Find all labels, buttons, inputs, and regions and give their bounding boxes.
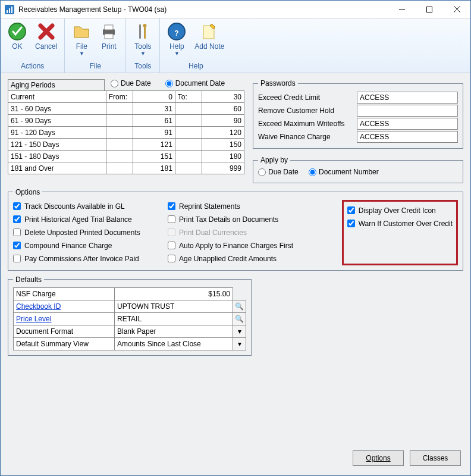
option-checkbox[interactable]: Display Over Credit Icon: [347, 204, 453, 217]
option-checkbox[interactable]: Pay Commissions After Invoice Paid: [13, 252, 156, 265]
option-checkbox: Print Dual Currencies: [168, 226, 310, 239]
checkbook-lookup-button[interactable]: 🔍: [233, 300, 246, 313]
aging-from-value[interactable]: 181: [133, 162, 175, 174]
minimize-button[interactable]: [388, 1, 416, 18]
options-fieldset: Options Track Discounts Available in GLP…: [8, 188, 463, 271]
nsf-charge-input[interactable]: $15.00: [114, 287, 233, 300]
aging-periods-panel: Aging Periods Due Date Document Date Cur…: [8, 79, 244, 188]
content-area: Aging Periods Due Date Document Date Cur…: [1, 73, 470, 367]
checkbook-id-link[interactable]: Checkbook ID: [16, 302, 61, 311]
price-level-input[interactable]: RETAIL: [114, 312, 233, 325]
aging-document-date-radio[interactable]: Document Date: [165, 79, 225, 87]
document-format-dropdown-button[interactable]: ▾: [233, 325, 246, 338]
svg-rect-12: [139, 24, 141, 39]
aging-to-value[interactable]: 60: [202, 103, 244, 115]
aging-from-value[interactable]: 61: [133, 115, 175, 127]
passwords-fieldset: Passwords Exceed Credit LimitACCESSRemov…: [253, 79, 463, 149]
svg-rect-10: [105, 25, 113, 30]
aging-to-value[interactable]: 180: [202, 151, 244, 162]
add-note-button[interactable]: Add Note: [191, 21, 228, 57]
ok-button[interactable]: OK: [4, 21, 30, 52]
option-checkbox[interactable]: Delete Unposted Printed Documents: [13, 226, 156, 239]
aging-to-value[interactable]: 120: [202, 127, 244, 139]
aging-row-label: 91 - 120 Days: [8, 127, 106, 139]
default-summary-view-row: Default Summary View Amounts Since Last …: [13, 337, 246, 350]
print-button[interactable]: Print: [96, 21, 122, 57]
ribbon-group-tools: Tools ▼ Tools: [126, 18, 160, 73]
price-level-lookup-button[interactable]: 🔍: [233, 312, 246, 325]
options-button[interactable]: Options: [353, 450, 404, 466]
document-format-select[interactable]: Blank Paper: [114, 325, 233, 338]
option-label: Track Discounts Available in GL: [24, 202, 125, 211]
option-label: Print Historical Aged Trial Balance: [24, 215, 132, 224]
option-label: Pay Commissions After Invoice Paid: [24, 255, 139, 263]
cancel-button[interactable]: Cancel: [32, 21, 61, 52]
aging-from-value[interactable]: 151: [133, 151, 175, 162]
ribbon: OK Cancel Actions File ▼ Print: [1, 18, 470, 73]
password-label: Exceed Credit Limit: [258, 93, 353, 102]
svg-rect-11: [105, 34, 113, 39]
aging-to-value[interactable]: 150: [202, 139, 244, 151]
svg-text:?: ?: [175, 29, 179, 37]
password-input[interactable]: ACCESS: [357, 131, 458, 143]
summary-view-dropdown-button[interactable]: ▾: [233, 337, 246, 350]
file-menu-button[interactable]: File ▼: [68, 21, 95, 57]
option-checkbox[interactable]: Reprint Statements: [168, 200, 310, 213]
price-level-link[interactable]: Price Level: [16, 315, 51, 323]
option-label: Warn If Customer Over Credit: [359, 220, 453, 228]
help-menu-button[interactable]: ? Help ▼: [164, 21, 190, 57]
aging-from-value[interactable]: 0: [133, 91, 175, 103]
svg-point-14: [143, 24, 147, 27]
password-label: Exceed Maximum Writeoffs: [258, 120, 353, 128]
aging-to-value[interactable]: 30: [202, 91, 244, 103]
aging-from-value[interactable]: 31: [133, 103, 175, 115]
default-nsf-charge-row: NSF Charge $15.00: [13, 287, 246, 300]
option-checkbox[interactable]: Print Tax Details on Documents: [168, 213, 310, 226]
window: Receivables Management Setup - TWO04 (sa…: [0, 0, 471, 476]
chevron-down-icon: ▼: [174, 52, 180, 55]
default-document-format-row: Document Format Blank Paper ▾: [13, 325, 246, 338]
aging-from-value[interactable]: 91: [133, 127, 175, 139]
option-label: Print Tax Details on Documents: [179, 215, 278, 224]
applyby-due-date-radio[interactable]: Due Date: [258, 168, 299, 176]
classes-button[interactable]: Classes: [410, 450, 461, 466]
option-label: Auto Apply to Finance Charges First: [179, 242, 293, 250]
aging-row-label: 31 - 60 Days: [8, 103, 106, 115]
option-label: Display Over Credit Icon: [359, 206, 436, 215]
option-label: Age Unapplied Credit Amounts: [179, 255, 277, 263]
password-input[interactable]: ACCESS: [357, 118, 458, 130]
password-input[interactable]: ACCESS: [357, 92, 458, 104]
checkbook-id-input[interactable]: UPTOWN TRUST: [114, 300, 233, 313]
option-checkbox[interactable]: Print Historical Aged Trial Balance: [13, 213, 156, 226]
search-icon: 🔍: [235, 315, 244, 323]
search-icon: 🔍: [235, 302, 244, 311]
credit-options-highlight: Display Over Credit IconWarn If Customer…: [342, 200, 458, 265]
option-checkbox[interactable]: Age Unapplied Credit Amounts: [168, 252, 310, 265]
aging-to-value[interactable]: 999: [202, 162, 244, 174]
aging-to-value[interactable]: 90: [202, 115, 244, 127]
aging-due-date-radio[interactable]: Due Date: [111, 79, 151, 87]
chevron-down-icon: ▼: [140, 52, 146, 55]
option-checkbox[interactable]: Track Discounts Available in GL: [13, 200, 156, 213]
svg-rect-3: [11, 7, 12, 13]
chevron-down-icon: ▼: [79, 52, 84, 55]
password-row: Remove Customer Hold: [258, 104, 458, 117]
option-checkbox[interactable]: Compound Finance Charge: [13, 239, 156, 252]
svg-rect-2: [9, 8, 10, 13]
summary-view-select[interactable]: Amounts Since Last Close: [114, 337, 233, 350]
aging-row-label: Current: [8, 91, 106, 103]
close-button[interactable]: [443, 1, 470, 18]
tools-menu-button[interactable]: Tools ▼: [130, 21, 156, 57]
aging-from-value[interactable]: 121: [133, 139, 175, 151]
svg-rect-5: [427, 7, 432, 12]
option-checkbox[interactable]: Warn If Customer Over Credit: [347, 217, 453, 230]
option-checkbox[interactable]: Auto Apply to Finance Charges First: [168, 239, 310, 252]
applyby-document-number-radio[interactable]: Document Number: [309, 168, 379, 176]
maximize-button[interactable]: [416, 1, 443, 18]
aging-row-label: 61 - 90 Days: [8, 115, 106, 127]
svg-rect-1: [7, 10, 8, 13]
aging-row-label: 151 - 180 Days: [8, 151, 106, 162]
password-input[interactable]: [357, 105, 458, 117]
default-checkbook-row: Checkbook ID UPTOWN TRUST 🔍: [13, 300, 246, 313]
option-label: Print Dual Currencies: [179, 228, 247, 237]
